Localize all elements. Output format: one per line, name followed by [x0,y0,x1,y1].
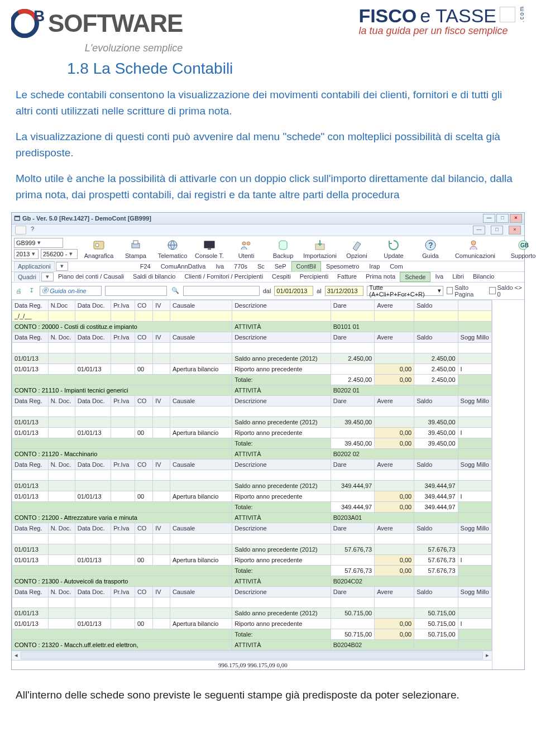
tab-fatture[interactable]: Fatture [333,272,361,282]
year-combo[interactable]: 2013▾ [14,249,39,259]
tab-iva[interactable]: Iva [210,261,229,271]
anagrafica-icon [90,238,107,252]
print-icon[interactable]: 🖨 [14,286,23,296]
filter-blank2[interactable] [183,286,260,296]
telematico-button[interactable]: Telematico [157,238,188,259]
supporto-icon: GB [515,238,532,252]
importazioni-button[interactable]: Importazioni [304,238,336,259]
logos-row: B SOFTWARE L'evoluzione semplice FISCO e… [11,6,525,54]
which-combo[interactable]: Tutte (A+Cli+P+For+C+R)▾ [367,286,443,296]
dal-input[interactable]: 01/01/2013 [274,286,313,296]
ft-light: e TASSE [420,6,496,25]
gb-mark-icon: B [11,6,47,41]
saldo-zero-checkbox[interactable]: Saldo <> 0 [489,284,522,298]
db-icon[interactable] [15,226,26,235]
svg-point-16 [471,241,476,245]
update-button[interactable]: Update [378,238,409,259]
tab-irap[interactable]: Irap [364,261,385,271]
tab-libri[interactable]: Libri [448,272,468,282]
help-menu[interactable]: ? [31,226,34,235]
paragraph-4: All'interno delle schede sono previste l… [16,687,520,703]
tab-comuanndativa[interactable]: ComuAnnDatIva [156,261,211,271]
tab-sep[interactable]: SeP [270,261,291,271]
update-icon [385,238,402,252]
consolet-icon [201,238,218,252]
gbsoftware-text: SOFTWARE [48,11,183,36]
tabs-applicazioni: Applicazioni ▾ F24ComuAnnDatIvaIva770sSc… [12,261,524,272]
tab-primanota[interactable]: Prima nota [361,272,400,282]
svg-rect-9 [208,248,211,250]
ft-square-icon [500,7,515,22]
export-icon[interactable]: ↧ [27,286,36,296]
app-window: 🗔 Gb - Ver. 5.0 [Rev.1427] - DemoCont [G… [11,212,525,670]
svg-text:B: B [34,7,45,25]
tab-spesometro[interactable]: Spesometro [321,261,364,271]
window-title: Gb - Ver. 5.0 [Rev.1427] - DemoCont [GB9… [22,215,151,222]
al-input[interactable]: 31/12/2013 [325,286,364,296]
account-combo[interactable]: 256200 -▾ [41,249,78,259]
gb-small-icon: 🗔 [14,215,20,222]
binoculars-icon[interactable]: 🔍 [170,286,180,296]
horizontal-scrollbar[interactable]: ◂ ▸ [12,650,492,660]
child-close-button[interactable]: × [509,226,521,235]
svg-point-10 [242,242,246,245]
child-max-button[interactable]: □ [491,226,503,235]
menubar: ? — □ × [12,224,524,236]
supporto-button[interactable]: GBSupporto [503,238,536,259]
paragraph-1: Le schede contabili consentono la visual… [16,87,520,119]
guida-link[interactable]: ⓔGuida on-line [40,286,102,296]
utenti-button[interactable]: Utenti [231,238,262,259]
filter-bar: 🖨 ↧ ⓔGuida on-line 🔍 dal 01/01/2013 al 3… [12,283,524,300]
close-button[interactable]: × [510,214,522,223]
tab-bilancio[interactable]: Bilancio [468,272,499,282]
tab-f24[interactable]: F24 [135,261,156,271]
anagrafica-button[interactable]: Anagrafica [83,238,114,259]
window-titlebar: 🗔 Gb - Ver. 5.0 [Rev.1427] - DemoCont [G… [12,213,524,224]
tab-pianodeiconticausali[interactable]: Piano dei conti / Causali [54,272,128,282]
tab-iva[interactable]: Iva [430,272,448,282]
paragraph-2: La visualizzazione di questi conti può a… [16,128,520,161]
tab-schede[interactable]: Schede [400,272,430,282]
importazioni-icon [312,238,328,252]
tabs-quadri-label: Quadri [14,272,40,281]
schede-table[interactable]: Data Reg.N.DocData Doc.Pr.IvaCOIVCausale… [12,300,492,650]
scroll-right-icon[interactable]: ▸ [483,652,492,659]
opzioni-button[interactable]: Opzioni [341,238,372,259]
salto-pagina-checkbox[interactable]: Salto Pagina [447,284,484,298]
consolet-button[interactable]: Console T. [194,238,225,259]
tab-cespiti[interactable]: Cespiti [267,272,295,282]
maximize-button[interactable]: □ [496,214,509,223]
scroll-left-icon[interactable]: ◂ [12,652,21,659]
tab-clientifornitoripercipienti[interactable]: Clienti / Fornitori / Percipienti [180,272,267,282]
tab-contbil[interactable]: ContBil [291,261,321,271]
guida-icon: ? [422,238,439,252]
utenti-icon [238,238,255,252]
gbsoftware-logo: B SOFTWARE L'evoluzione semplice [11,6,183,54]
filter-search[interactable] [105,286,167,296]
child-min-button[interactable]: — [473,226,485,235]
comunicazioni-button[interactable]: Comunicazioni [455,238,495,259]
telematico-icon [164,238,181,252]
tab-percipienti[interactable]: Percipienti [295,272,333,282]
tab-saldidibilancio[interactable]: Saldi di bilancio [128,272,180,282]
svg-rect-8 [204,241,214,248]
company-code-combo[interactable]: GB999▾ [14,238,63,248]
svg-text:GB: GB [520,242,529,248]
fiscotasse-logo: FISCO e TASSE .com la tua guida per un f… [358,6,525,37]
tabs1-dropdown[interactable]: ▾ [56,262,68,271]
tab-com[interactable]: Com [385,261,408,271]
svg-rect-6 [133,241,138,244]
paragraph-3: Molto utile è anche la possibilità di at… [16,170,520,203]
stampa-button[interactable]: Stampa [120,238,151,259]
tabs2-dropdown[interactable]: ▾ [41,272,54,281]
guida-button[interactable]: ?Guida [415,238,446,259]
backup-icon [275,238,291,252]
tab-sc[interactable]: Sc [252,261,270,271]
footer-sums: 996.175,09 996.175,09 0,00 [12,660,492,669]
ft-com: .com [519,6,525,22]
al-label: al [317,288,322,294]
minimize-button[interactable]: — [483,214,495,223]
comunicazioni-icon [467,238,484,252]
tab-770s[interactable]: 770s [229,261,252,271]
backup-button[interactable]: Backup [267,238,299,259]
